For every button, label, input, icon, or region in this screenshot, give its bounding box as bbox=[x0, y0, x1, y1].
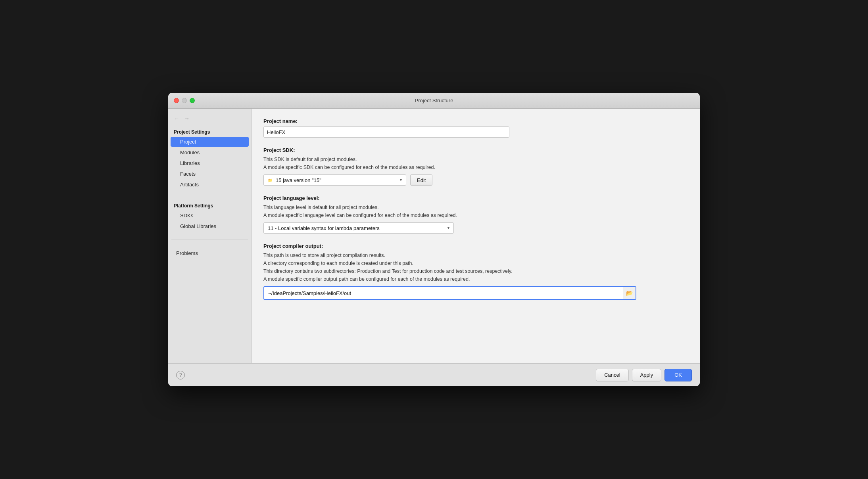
content-area: ← → Project Settings Project Modules Lib… bbox=[168, 109, 700, 363]
sidebar-spacer-2 bbox=[168, 232, 251, 238]
sdk-row: 📁 15 java version "15" Edit bbox=[263, 174, 688, 186]
sidebar-spacer-1 bbox=[168, 190, 251, 196]
project-sdk-label: Project SDK: bbox=[263, 147, 688, 153]
sidebar-item-sdks[interactable]: SDKs bbox=[171, 211, 249, 220]
project-name-input[interactable] bbox=[263, 126, 509, 138]
sidebar-item-modules[interactable]: Modules bbox=[171, 148, 249, 157]
project-sdk-description: This SDK is default for all project modu… bbox=[263, 155, 688, 171]
folder-browse-icon: 📂 bbox=[626, 290, 633, 296]
sidebar-item-artifacts[interactable]: Artifacts bbox=[171, 180, 249, 190]
project-sdk-section: Project SDK: This SDK is default for all… bbox=[263, 147, 688, 186]
nav-back-button[interactable]: ← bbox=[172, 114, 181, 123]
sidebar-nav: ← → bbox=[168, 113, 251, 126]
project-compiler-output-label: Project compiler output: bbox=[263, 243, 688, 249]
sdk-select[interactable]: 📁 15 java version "15" bbox=[263, 174, 406, 186]
traffic-lights bbox=[174, 98, 195, 103]
sidebar-spacer-3 bbox=[168, 241, 251, 248]
project-name-section: Project name: bbox=[263, 118, 688, 138]
bottom-buttons: Cancel Apply OK bbox=[596, 369, 692, 381]
sdk-folder-icon: 📁 bbox=[267, 177, 273, 183]
apply-button[interactable]: Apply bbox=[632, 369, 662, 381]
project-language-level-label: Project language level: bbox=[263, 195, 688, 201]
cancel-button[interactable]: Cancel bbox=[596, 369, 628, 381]
language-level-select[interactable]: 11 - Local variable syntax for lambda pa… bbox=[263, 222, 454, 234]
sdk-edit-button[interactable]: Edit bbox=[410, 174, 432, 186]
compiler-output-folder-button[interactable]: 📂 bbox=[623, 287, 636, 299]
help-button[interactable]: ? bbox=[176, 371, 185, 379]
project-name-label: Project name: bbox=[263, 118, 688, 124]
title-bar: Project Structure bbox=[168, 93, 700, 109]
sidebar-item-project[interactable]: Project bbox=[171, 137, 249, 147]
sidebar-item-libraries[interactable]: Libraries bbox=[171, 158, 249, 168]
project-compiler-output-description: This path is used to store all project c… bbox=[263, 251, 688, 283]
sidebar-item-problems[interactable]: Problems bbox=[171, 248, 249, 258]
sidebar-item-facets[interactable]: Facets bbox=[171, 169, 249, 179]
compiler-output-row: 📂 bbox=[263, 286, 636, 300]
window-body: ← → Project Settings Project Modules Lib… bbox=[168, 109, 700, 386]
sidebar-item-global-libraries[interactable]: Global Libraries bbox=[171, 221, 249, 231]
platform-settings-header: Platform Settings bbox=[168, 200, 251, 210]
bottom-bar: ? Cancel Apply OK bbox=[168, 363, 700, 386]
project-settings-header: Project Settings bbox=[168, 126, 251, 136]
minimize-button[interactable] bbox=[182, 98, 187, 103]
sidebar: ← → Project Settings Project Modules Lib… bbox=[168, 109, 252, 363]
nav-forward-button[interactable]: → bbox=[182, 114, 191, 123]
project-language-level-description: This language level is default for all p… bbox=[263, 203, 688, 219]
project-language-level-section: Project language level: This language le… bbox=[263, 195, 688, 234]
project-compiler-output-section: Project compiler output: This path is us… bbox=[263, 243, 688, 300]
main-content: Project name: Project SDK: This SDK is d… bbox=[252, 109, 700, 363]
close-button[interactable] bbox=[174, 98, 179, 103]
compiler-output-input[interactable] bbox=[264, 287, 623, 299]
maximize-button[interactable] bbox=[190, 98, 195, 103]
ok-button[interactable]: OK bbox=[664, 369, 692, 381]
project-structure-window: Project Structure ← → Project Settings P… bbox=[168, 93, 700, 386]
window-title: Project Structure bbox=[415, 98, 453, 103]
sidebar-divider-2 bbox=[171, 240, 248, 240]
sidebar-divider-1 bbox=[171, 198, 248, 198]
